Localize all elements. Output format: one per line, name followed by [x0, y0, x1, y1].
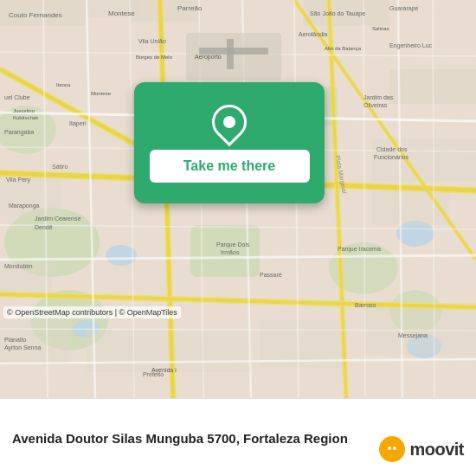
- svg-text:Vila União: Vila União: [138, 38, 166, 44]
- svg-point-100: [393, 447, 396, 450]
- svg-point-98: [389, 453, 396, 458]
- action-card: Take me there: [134, 82, 325, 203]
- moovit-brand-label: moovit: [409, 440, 464, 460]
- svg-text:Salinas: Salinas: [372, 26, 389, 31]
- svg-text:Itaoca: Itaoca: [56, 82, 71, 87]
- moovit-logo: moovit: [379, 436, 464, 462]
- svg-text:Borges de Melo: Borges de Melo: [136, 55, 173, 60]
- svg-text:Oliveiras: Oliveiras: [363, 102, 388, 108]
- moovit-icon: [379, 436, 405, 462]
- svg-text:Montese: Montese: [108, 10, 135, 17]
- svg-text:Dendê: Dendê: [35, 224, 53, 230]
- svg-point-99: [388, 447, 391, 450]
- svg-text:São João do Tauape: São João do Tauape: [310, 10, 365, 17]
- location-pin-icon: [210, 103, 248, 141]
- svg-text:Passaré: Passaré: [260, 272, 282, 278]
- svg-text:Cidade dos: Cidade dos: [376, 146, 408, 152]
- map-view: Couto Fernandes Montese Parreão São João…: [0, 0, 476, 398]
- svg-text:Aerolândia: Aerolândia: [299, 31, 328, 37]
- svg-rect-21: [363, 303, 476, 355]
- svg-text:Parangaba: Parangaba: [4, 129, 34, 136]
- svg-text:Vila Pery: Vila Pery: [6, 177, 30, 183]
- svg-text:Planalto: Planalto: [4, 337, 26, 343]
- svg-text:Parreão: Parreão: [177, 4, 203, 12]
- svg-text:Itaperi: Itaperi: [69, 120, 87, 127]
- bottom-info-bar: Avenida Doutor Silas Munguba 5700, Forta…: [0, 398, 476, 476]
- svg-text:Guararape: Guararape: [389, 5, 419, 12]
- svg-text:uel Clube: uel Clube: [4, 94, 30, 100]
- svg-text:Barroso: Barroso: [355, 302, 376, 308]
- svg-text:Alto da Balança: Alto da Balança: [325, 46, 362, 51]
- svg-text:Ayrton Senna: Ayrton Senna: [4, 344, 41, 351]
- svg-text:Aeroporto: Aeroporto: [195, 54, 222, 61]
- svg-text:Parque Iracema: Parque Iracema: [338, 246, 381, 253]
- svg-text:Engenheiro Luc: Engenheiro Luc: [389, 42, 433, 49]
- svg-text:Couto Fernandes: Couto Fernandes: [9, 11, 62, 19]
- svg-rect-19: [87, 329, 156, 372]
- svg-rect-23: [372, 138, 476, 182]
- svg-text:Jardim das: Jardim das: [363, 94, 394, 100]
- take-me-there-button[interactable]: Take me there: [150, 150, 310, 183]
- svg-text:Maraponga: Maraponga: [9, 203, 40, 209]
- svg-text:Parque Dois: Parque Dois: [216, 241, 250, 248]
- svg-text:Avenida I: Avenida I: [151, 367, 177, 373]
- svg-text:Messejana: Messejana: [398, 332, 428, 339]
- svg-text:Juscelino: Juscelino: [13, 108, 35, 113]
- svg-text:Irmãos: Irmãos: [221, 249, 240, 255]
- svg-text:Jardim Cearense: Jardim Cearense: [35, 215, 80, 222]
- svg-text:Mondubim: Mondubim: [4, 263, 33, 269]
- svg-rect-56: [227, 39, 234, 69]
- svg-text:Funcionários: Funcionários: [374, 154, 409, 160]
- map-attribution: © OpenStreetMap contributors | © OpenMap…: [3, 306, 181, 318]
- svg-text:Kubitschek: Kubitschek: [13, 115, 39, 120]
- svg-text:Sátiro: Sátiro: [52, 164, 68, 170]
- svg-text:Montese: Montese: [91, 91, 112, 96]
